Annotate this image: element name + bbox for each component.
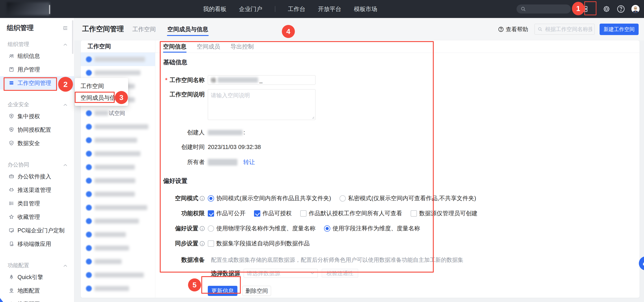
- radio-option[interactable]: 使用字段注释作为维度、度量名称: [324, 224, 420, 232]
- workspace-search[interactable]: [534, 24, 595, 35]
- user-mgmt-icon: [8, 67, 14, 72]
- sidebar-item[interactable]: 搜索配置: [0, 297, 74, 302]
- sidebar-item[interactable]: Quick引擎: [0, 270, 74, 284]
- sidebar-item[interactable]: 工作空间管理: [0, 76, 74, 90]
- topnav-item[interactable]: 我的看板: [203, 5, 226, 13]
- topnav-item[interactable]: 模板市场: [354, 5, 377, 13]
- resize-handle-icon[interactable]: [311, 116, 314, 119]
- monitor-icon: [8, 227, 14, 233]
- checkbox-control[interactable]: [254, 210, 260, 217]
- workspace-list-item[interactable]: [81, 282, 155, 295]
- sidebar-item[interactable]: 协同授权配置: [0, 123, 74, 136]
- sidebar-item[interactable]: 收藏管理: [0, 210, 74, 224]
- sidebar-scrollbar[interactable]: [72, 20, 74, 54]
- search-icon: [520, 6, 526, 12]
- menu-fold-icon[interactable]: [62, 25, 68, 31]
- workspace-list-item[interactable]: [81, 120, 155, 133]
- checkbox-control[interactable]: [300, 210, 306, 217]
- info-icon: i: [200, 241, 205, 246]
- workspace-detail-panel: 空间信息空间成员导出控制 基础信息 * 工作空间名称 徐 _ 工作空间说明 请输…: [155, 41, 640, 298]
- settings-gear-icon[interactable]: [601, 4, 612, 14]
- workspace-list-item[interactable]: [81, 268, 155, 282]
- corner-widget[interactable]: [0, 298, 3, 302]
- sidebar-item[interactable]: 移动端微应用: [0, 237, 74, 251]
- checkbox-control[interactable]: [208, 210, 214, 217]
- user-avatar[interactable]: [632, 5, 640, 13]
- sidebar-item[interactable]: 组织信息: [0, 49, 74, 63]
- detail-tab[interactable]: 空间信息: [163, 41, 186, 53]
- checkbox-option[interactable]: 数据源仅管理员可创建: [411, 209, 478, 217]
- sidebar-section-header[interactable]: 办公协同: [0, 160, 74, 170]
- checkbox-option[interactable]: 作品默认授权工作空间所有人可查看: [300, 209, 402, 217]
- radio-control[interactable]: [208, 195, 214, 202]
- workspace-list-item[interactable]: [81, 161, 155, 174]
- workspace-search-input[interactable]: [544, 26, 592, 33]
- delete-workspace-button[interactable]: 删除空间: [242, 286, 271, 296]
- workspace-list-item[interactable]: [81, 241, 155, 255]
- context-menu-item[interactable]: 空间成员与信息: [75, 92, 128, 104]
- sidebar-section-header[interactable]: 功能配置: [0, 260, 74, 270]
- workspace-list-item[interactable]: [81, 66, 155, 80]
- checkbox-option[interactable]: 作品可公开: [208, 209, 246, 217]
- workspace-name-redacted: [94, 192, 135, 197]
- topnav-item[interactable]: 工作台: [288, 5, 306, 13]
- workspace-list-item[interactable]: [81, 201, 155, 214]
- transfer-link[interactable]: 转让: [243, 158, 255, 166]
- checkbox-control[interactable]: [411, 210, 417, 217]
- context-menu-item[interactable]: 工作空间: [75, 80, 128, 92]
- workspace-list-item[interactable]: [81, 174, 155, 187]
- radio-control[interactable]: [340, 195, 346, 202]
- workspace-desc-textarea[interactable]: 请输入空间说明: [208, 89, 316, 120]
- page-tab[interactable]: 空间成员与信息: [167, 19, 209, 40]
- sidebar-item[interactable]: 推送渠道管理: [0, 183, 74, 197]
- workspace-list-item[interactable]: [81, 187, 155, 201]
- created-time-value: 2023/11/03 09:32:38: [208, 143, 261, 150]
- view-help-link[interactable]: 查看帮助: [498, 26, 528, 33]
- workspace-desc-label: 工作空间说明: [155, 91, 205, 98]
- topnav-item[interactable]: 企业门户: [239, 5, 262, 13]
- customer-service-fab[interactable]: [639, 256, 644, 270]
- topnav-item[interactable]: 开放平台: [318, 5, 341, 13]
- apps-grid-icon[interactable]: [580, 4, 590, 14]
- sidebar-item[interactable]: 类目管理: [0, 197, 74, 210]
- detail-tab[interactable]: 空间成员: [197, 41, 220, 53]
- workspace-list-item[interactable]: 试空间: [81, 106, 155, 120]
- sidebar-item[interactable]: 用户管理: [0, 63, 74, 76]
- radio-option[interactable]: 私密模式(仅展示空间内可查看作品,不共享文件夹): [340, 194, 476, 202]
- sidebar-item[interactable]: 地图配置: [0, 284, 74, 297]
- radio-control[interactable]: [324, 225, 330, 232]
- new-workspace-button[interactable]: 新建工作空间: [600, 24, 638, 35]
- radio-option[interactable]: 协同模式(展示空间内所有作品且共享文件夹): [208, 194, 331, 202]
- radio-option[interactable]: 使用物理字段名称作为维度、度量名称: [208, 224, 316, 232]
- workspace-list-item[interactable]: [81, 147, 155, 161]
- sidebar-section-header[interactable]: 企业安全: [0, 100, 74, 109]
- sidebar-section-header[interactable]: 组织管理: [0, 39, 74, 49]
- datasource-select[interactable]: 请选择数据源: [244, 269, 318, 278]
- map-pin-icon: [8, 288, 14, 293]
- checkbox-option[interactable]: 数据集字段描述自动同步到数据作品: [208, 240, 310, 247]
- sidebar-item[interactable]: 数据安全: [0, 136, 74, 150]
- sidebar-item[interactable]: 集中授权: [0, 109, 74, 123]
- workspace-list-item[interactable]: [81, 133, 155, 147]
- sidebar-item[interactable]: 办公软件接入: [0, 170, 74, 183]
- update-info-button[interactable]: 更新信息: [208, 286, 238, 296]
- checkbox-control[interactable]: [208, 240, 214, 247]
- global-search[interactable]: [516, 5, 571, 14]
- workspace-list-item[interactable]: [81, 255, 155, 268]
- sidebar-item[interactable]: PC端企业门户定制: [0, 224, 74, 237]
- radio-control[interactable]: [208, 225, 214, 232]
- workspace-avatar: [86, 259, 92, 264]
- workspace-name-input[interactable]: 徐 _: [208, 75, 316, 85]
- checkbox-option[interactable]: 作品可授权: [254, 209, 292, 217]
- workspace-avatar: [86, 70, 92, 76]
- workspace-list-item[interactable]: [81, 228, 155, 241]
- global-search-input[interactable]: [528, 6, 570, 12]
- workspace-list-item[interactable]: [81, 214, 155, 228]
- detail-tab[interactable]: 导出控制: [230, 41, 254, 53]
- workspace-list-item[interactable]: [81, 53, 155, 66]
- workspace-desc-placeholder: 请输入空间说明: [211, 92, 250, 98]
- page-tab[interactable]: 工作空间: [132, 19, 156, 40]
- validate-connectivity-button[interactable]: 校验连通性: [322, 269, 358, 278]
- help-icon[interactable]: [616, 4, 626, 14]
- workspace-list-header: 工作空间: [81, 41, 155, 53]
